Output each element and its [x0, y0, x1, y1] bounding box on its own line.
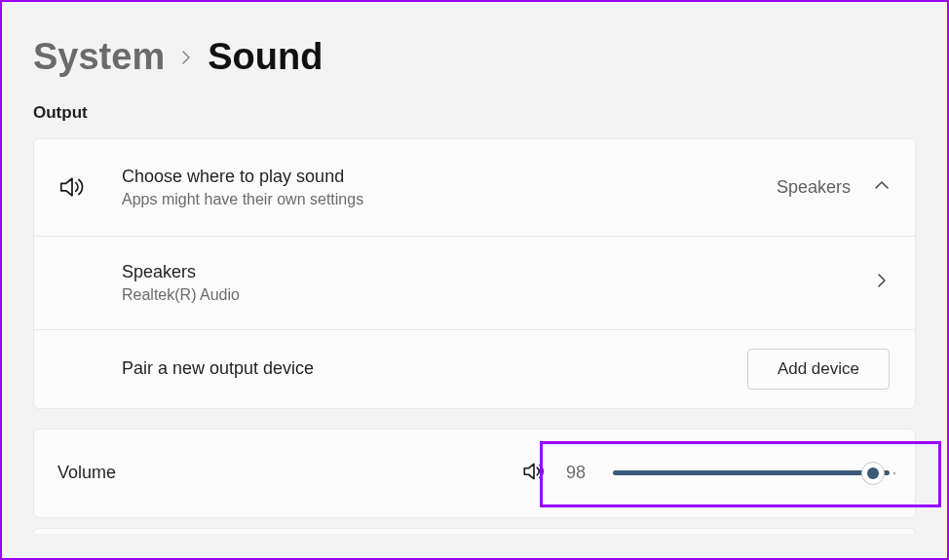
pair-device-row: Pair a new output device Add device	[34, 330, 915, 408]
next-card-partial	[33, 528, 916, 534]
breadcrumb: System Sound	[33, 37, 916, 78]
device-driver: Realtek(R) Audio	[122, 286, 240, 304]
output-choose-title: Choose where to play sound	[122, 167, 363, 187]
speaker-icon[interactable]	[521, 459, 547, 488]
section-heading: Output	[33, 103, 916, 123]
breadcrumb-parent[interactable]: System	[33, 37, 165, 78]
volume-slider-thumb[interactable]	[861, 462, 885, 485]
chevron-right-icon[interactable]	[874, 273, 890, 292]
add-device-button[interactable]: Add device	[747, 349, 890, 390]
output-device-item-speakers[interactable]: Speakers Realtek(R) Audio	[34, 237, 915, 330]
volume-slider[interactable]	[613, 463, 890, 484]
pair-device-title: Pair a new output device	[122, 358, 314, 379]
volume-row: Volume 98	[33, 429, 916, 518]
volume-label: Volume	[57, 463, 116, 483]
speaker-icon	[57, 172, 96, 202]
breadcrumb-current: Sound	[208, 37, 323, 78]
output-choose-row[interactable]: Choose where to play sound Apps might ha…	[34, 139, 915, 237]
device-name: Speakers	[122, 262, 240, 282]
chevron-right-icon	[178, 43, 194, 71]
output-choose-subtitle: Apps might have their own settings	[122, 191, 363, 208]
output-device-group: Choose where to play sound Apps might ha…	[33, 138, 916, 409]
volume-value: 98	[566, 463, 593, 483]
output-selected-device: Speakers	[777, 177, 851, 198]
chevron-up-icon[interactable]	[874, 177, 890, 197]
